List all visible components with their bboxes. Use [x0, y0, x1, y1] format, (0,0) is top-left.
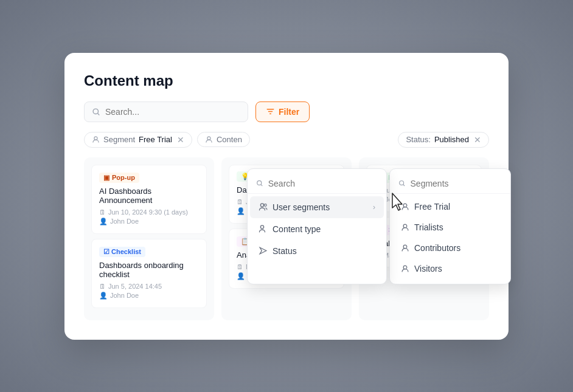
navigation-icon — [259, 246, 268, 255]
cursor-arrow-icon — [389, 192, 408, 214]
submenu-item-trialists[interactable]: Trialists — [392, 217, 508, 238]
dropdown-overlay: User segments › Content type — [247, 168, 511, 284]
submenu-search-input[interactable] — [411, 179, 502, 188]
content-tag[interactable]: Conten — [197, 132, 250, 147]
filter-menu-item-status[interactable]: Status — [250, 240, 384, 262]
badge-popup: ▣ Pop-up — [99, 173, 139, 183]
item-author-3: 👤 John Doe — [99, 292, 199, 300]
filter-icon — [266, 107, 275, 116]
content-item-3[interactable]: ☑ Checklist Dashboards onboarding checkl… — [91, 239, 207, 308]
main-search-input[interactable] — [105, 107, 240, 117]
item-author-1: 👤 John Doe — [99, 218, 199, 225]
users-icon — [259, 202, 268, 211]
svg-point-6 — [260, 225, 263, 229]
content-type-icon — [259, 224, 268, 233]
submenu-item-contributors[interactable]: Contributors — [392, 238, 508, 258]
content-item-1[interactable]: ▣ Pop-up AI Dashboards Announcement 🗓 Ju… — [91, 165, 207, 234]
filter-menu-item-content-type[interactable]: Content type — [250, 218, 384, 240]
filter-menu-item-user-segments[interactable]: User segments › — [250, 196, 384, 218]
filter-menu-search-box[interactable] — [248, 174, 386, 194]
content-col-1: ▣ Pop-up AI Dashboards Announcement 🗓 Ju… — [84, 157, 214, 320]
svg-point-2 — [207, 137, 210, 140]
filter-search-input[interactable] — [268, 179, 378, 188]
chevron-right-icon: › — [373, 203, 375, 211]
svg-point-3 — [257, 181, 262, 185]
badge-checklist: ☑ Checklist — [99, 247, 145, 257]
segment-tag-icon — [92, 136, 100, 143]
svg-point-5 — [264, 204, 266, 207]
item-title-3: Dashboards onboarding checklist — [99, 261, 199, 279]
toolbar: Filter — [84, 101, 489, 122]
item-title-1: AI Dashboards Announcement — [99, 187, 199, 205]
main-search-box[interactable] — [84, 101, 248, 122]
svg-marker-7 — [260, 247, 266, 254]
svg-point-1 — [94, 137, 97, 140]
item-date-3: 🗓 Jun 5, 2024 14:45 — [99, 283, 199, 290]
contributors-user-icon — [401, 244, 409, 252]
trialists-user-icon — [401, 223, 409, 232]
status-tag[interactable]: Status: Published ✕ — [398, 132, 489, 148]
submenu-search-icon — [398, 179, 406, 187]
segment-tag[interactable]: Segment Free Trial ✕ — [84, 132, 192, 148]
main-card: Content map Filter — [64, 53, 509, 340]
submenu-item-visitors[interactable]: Visitors — [392, 258, 508, 279]
submenu: Free Trial Trialists Contributors — [389, 168, 511, 284]
svg-point-11 — [403, 245, 407, 249]
status-tag-close[interactable]: ✕ — [474, 135, 481, 145]
submenu-item-free-trial[interactable]: Free Trial — [392, 196, 508, 217]
svg-point-0 — [93, 109, 98, 114]
segment-tag-close[interactable]: ✕ — [177, 135, 184, 145]
svg-point-10 — [403, 224, 407, 228]
item-date-1: 🗓 Jun 10, 2024 9:30 (1 days) — [99, 208, 199, 216]
visitors-user-icon — [401, 264, 409, 273]
filter-search-icon — [256, 179, 263, 187]
content-tag-icon — [205, 136, 213, 143]
filter-tags-row: Segment Free Trial ✕ Conten Status: Publ… — [84, 132, 489, 148]
filter-menu: User segments › Content type — [247, 168, 387, 284]
main-search-icon — [92, 108, 100, 116]
submenu-search-box[interactable] — [390, 174, 510, 194]
outer-background: Content map Filter — [0, 0, 573, 392]
filter-button[interactable]: Filter — [255, 101, 310, 122]
page-title: Content map — [84, 72, 489, 89]
svg-point-12 — [403, 266, 407, 269]
svg-point-4 — [260, 204, 263, 207]
svg-point-8 — [400, 181, 404, 185]
